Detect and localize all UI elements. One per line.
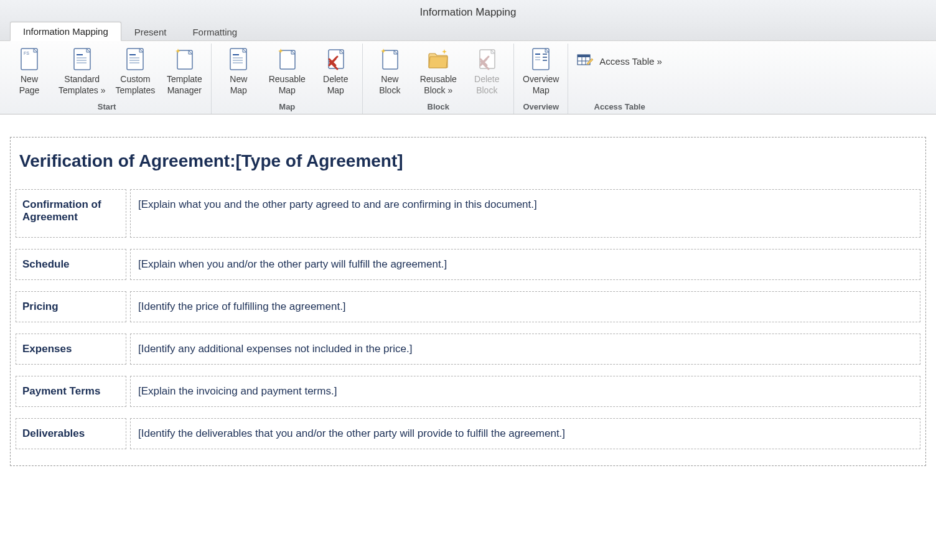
document-area: Verification of Agreement:[Type of Agree… <box>0 114 936 476</box>
button-label-line2: Block » <box>424 85 452 96</box>
block-label[interactable]: Schedule <box>16 249 126 280</box>
ribbon-group-start: FS NewPage StandardTemplates » CustomTem… <box>2 44 212 114</box>
block-label[interactable]: Deliverables <box>16 418 126 449</box>
button-label-line1: New <box>381 73 398 85</box>
button-label-line1: New <box>21 73 38 85</box>
ribbon-group-access-table: Access Table »Access Table <box>568 44 671 114</box>
block-row: Confirmation of Agreement[Explain what y… <box>16 189 920 238</box>
table-edit-icon <box>577 52 594 70</box>
svg-text:FS: FS <box>24 51 29 55</box>
standard-templates-button[interactable]: StandardTemplates » <box>54 44 110 96</box>
button-label-line2: Map <box>327 85 344 96</box>
page-spark-icon <box>274 46 300 72</box>
ribbon-group-overview: OverviewMapOverview <box>514 44 568 114</box>
button-label-line2: Block <box>476 85 497 96</box>
button-label-line2: Page <box>19 85 40 96</box>
page-list-icon <box>528 46 554 72</box>
block-label[interactable]: Expenses <box>16 334 126 365</box>
block-row: Deliverables[Identify the deliverables t… <box>16 418 920 449</box>
svg-rect-48 <box>578 55 590 57</box>
block-content[interactable]: [Identify any additional expenses not in… <box>130 334 920 365</box>
button-label-line1: Standard <box>64 73 100 85</box>
block-label[interactable]: Confirmation of Agreement <box>16 189 126 238</box>
new-block-button[interactable]: NewBlock <box>365 44 414 96</box>
button-label-line2: Map <box>279 85 296 96</box>
svg-rect-44 <box>543 60 547 61</box>
tab-present[interactable]: Present <box>121 22 180 41</box>
page-lines-icon <box>69 46 95 72</box>
block-row: Pricing[Identify the price of fulfilling… <box>16 291 920 322</box>
template-manager-button[interactable]: TemplateManager <box>160 44 208 96</box>
new-map-button[interactable]: NewMap <box>214 44 263 96</box>
page-spark-icon <box>171 46 197 72</box>
new-page-button[interactable]: FS NewPage <box>5 44 54 96</box>
button-label-line1: Overview <box>523 73 559 85</box>
button-label-line1: Reusable <box>269 73 306 85</box>
map-title[interactable]: Verification of Agreement:[Type of Agree… <box>16 145 920 183</box>
ribbon-tabs: Information MappingPresentFormatting <box>0 22 936 41</box>
window-title: Information Mapping <box>0 0 936 22</box>
button-label-line2: Block <box>379 85 400 96</box>
ribbon-group-label: Map <box>214 101 360 114</box>
block-label[interactable]: Payment Terms <box>16 376 126 407</box>
reusable-map-button[interactable]: ReusableMap <box>263 44 311 96</box>
access-table-button[interactable]: Access Table » <box>571 50 668 72</box>
delete-map-button[interactable]: DeleteMap <box>311 44 360 96</box>
block-content[interactable]: [Explain the invoicing and payment terms… <box>130 376 920 407</box>
block-content[interactable]: [Explain what you and the other party ag… <box>130 189 920 238</box>
button-label-line2: Map <box>533 85 550 96</box>
block-row: Expenses[Identify any additional expense… <box>16 334 920 365</box>
tab-formatting[interactable]: Formatting <box>179 22 250 41</box>
block-row: Payment Terms[Explain the invoicing and … <box>16 376 920 407</box>
button-label-line1: Template <box>167 73 202 85</box>
overview-map-button[interactable]: OverviewMap <box>517 44 565 96</box>
page-lines-icon <box>122 46 148 72</box>
button-label-line1: Delete <box>474 73 499 85</box>
button-label-line1: Reusable <box>420 73 457 85</box>
ribbon-group-label: Overview <box>517 101 565 114</box>
svg-rect-42 <box>543 54 547 55</box>
svg-rect-43 <box>543 57 547 58</box>
block-content[interactable]: [Identify the price of fulfilling the ag… <box>130 291 920 322</box>
ribbon-group-label: Block <box>365 101 511 114</box>
button-label-line2: Templates <box>115 85 155 96</box>
delete-block-button: DeleteBlock <box>462 44 511 96</box>
block-row: Schedule[Explain when you and/or the oth… <box>16 249 920 280</box>
reusable-block-button[interactable]: ReusableBlock » <box>414 44 462 96</box>
ribbon-group-label: Start <box>5 101 208 114</box>
block-content[interactable]: [Explain when you and/or the other party… <box>130 249 920 280</box>
button-label: Access Table » <box>599 56 662 67</box>
button-label-line2: Manager <box>167 85 202 96</box>
svg-marker-34 <box>442 49 447 54</box>
folder-spark-icon <box>425 46 451 72</box>
tab-information-mapping[interactable]: Information Mapping <box>10 22 121 41</box>
page-x-icon <box>474 46 500 72</box>
ribbon-group-block: NewBlock ReusableBlock » DeleteBlockBloc… <box>363 44 514 114</box>
custom-templates-button[interactable]: CustomTemplates <box>110 44 160 96</box>
button-label-line2: Templates » <box>58 85 105 96</box>
ribbon: FS NewPage StandardTemplates » CustomTem… <box>0 41 936 114</box>
block-content[interactable]: [Identify the deliverables that you and/… <box>130 418 920 449</box>
page-x-icon <box>322 46 349 72</box>
map-frame[interactable]: Verification of Agreement:[Type of Agree… <box>10 137 926 466</box>
button-label-line1: Custom <box>120 73 150 85</box>
ribbon-group-label: Access Table <box>571 101 668 114</box>
page-fs-icon: FS <box>16 46 42 72</box>
button-label-line1: New <box>230 73 247 85</box>
page-spark-icon <box>377 46 403 72</box>
button-label-line2: Map <box>230 85 247 96</box>
button-label-line1: Delete <box>323 73 348 85</box>
ribbon-group-map: NewMap ReusableMap DeleteMapMap <box>212 44 363 114</box>
page-lines-icon <box>225 46 251 72</box>
block-label[interactable]: Pricing <box>16 291 126 322</box>
